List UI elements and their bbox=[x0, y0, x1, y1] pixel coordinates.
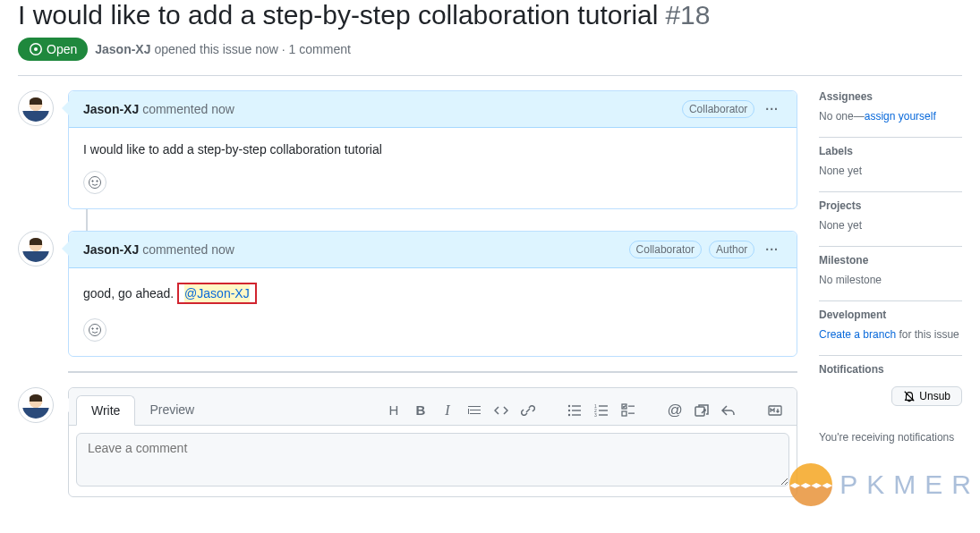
collaborator-badge: Collaborator bbox=[682, 100, 754, 118]
link-button[interactable] bbox=[521, 401, 535, 420]
svg-rect-10 bbox=[572, 405, 581, 406]
svg-point-4 bbox=[89, 325, 101, 336]
svg-point-3 bbox=[97, 181, 98, 182]
mention-button[interactable]: @ bbox=[668, 401, 682, 420]
comment-textarea[interactable] bbox=[76, 433, 789, 486]
comment-timestamp: commented now bbox=[142, 102, 234, 116]
comment-author-link[interactable]: Jason-XJ bbox=[83, 102, 139, 116]
comment-menu-button[interactable]: ··· bbox=[762, 239, 782, 260]
svg-rect-21 bbox=[622, 411, 626, 416]
highlight-annotation: @Jason-XJ bbox=[177, 283, 257, 304]
task-list-button[interactable] bbox=[621, 401, 635, 420]
comment-menu-button[interactable]: ··· bbox=[762, 98, 782, 120]
comment: Jason-XJ commented now Collaborator ··· … bbox=[68, 90, 797, 209]
sidebar-notifications-title: Notifications bbox=[819, 363, 962, 376]
assign-yourself-link[interactable]: assign yourself bbox=[865, 110, 936, 123]
avatar[interactable] bbox=[18, 231, 54, 266]
code-button[interactable] bbox=[494, 401, 508, 420]
issue-title: I would like to add a step-by-step colla… bbox=[18, 0, 658, 30]
markdown-help-button[interactable] bbox=[768, 401, 782, 420]
tab-write[interactable]: Write bbox=[76, 395, 135, 426]
smiley-icon bbox=[88, 323, 102, 337]
sidebar-assignees-content: No one—assign yourself bbox=[819, 110, 962, 123]
collaborator-badge: Collaborator bbox=[629, 241, 702, 258]
quote-button[interactable] bbox=[467, 401, 481, 420]
reply-button[interactable] bbox=[721, 401, 736, 420]
comment-author-link[interactable]: Jason-XJ bbox=[83, 242, 139, 257]
issue-meta: Jason-XJ opened this issue now · 1 comme… bbox=[95, 42, 351, 56]
svg-point-8 bbox=[568, 409, 570, 410]
avatar[interactable] bbox=[18, 387, 54, 423]
sidebar-milestone-content: No milestone bbox=[819, 274, 962, 286]
sidebar-assignees-title[interactable]: Assignees bbox=[819, 90, 962, 103]
cross-reference-button[interactable] bbox=[695, 401, 709, 420]
svg-rect-11 bbox=[572, 410, 581, 410]
svg-rect-12 bbox=[572, 414, 581, 415]
comment: Jason-XJ commented now Collaborator Auth… bbox=[68, 231, 797, 357]
sidebar-labels-content: None yet bbox=[819, 165, 962, 177]
new-comment-form: Write Preview H B I 123 bbox=[68, 387, 797, 497]
svg-rect-22 bbox=[628, 412, 635, 413]
svg-rect-16 bbox=[599, 405, 608, 406]
bell-slash-icon bbox=[903, 390, 916, 402]
issue-open-icon bbox=[29, 42, 43, 56]
issue-author-link[interactable]: Jason-XJ bbox=[95, 42, 150, 56]
svg-point-7 bbox=[568, 404, 570, 406]
tab-preview[interactable]: Preview bbox=[135, 395, 209, 425]
author-badge: Author bbox=[709, 241, 754, 258]
notifications-footer: You're receiving notifications bbox=[819, 406, 962, 444]
svg-point-1 bbox=[89, 177, 101, 189]
svg-rect-20 bbox=[628, 405, 635, 406]
sidebar-labels-title[interactable]: Labels bbox=[819, 145, 962, 157]
svg-text:3: 3 bbox=[594, 412, 597, 418]
svg-point-0 bbox=[34, 47, 38, 51]
heading-button[interactable]: H bbox=[387, 401, 401, 420]
create-branch-link[interactable]: Create a branch bbox=[819, 328, 896, 341]
ordered-list-button[interactable]: 123 bbox=[594, 401, 609, 420]
sidebar-development-title[interactable]: Development bbox=[819, 309, 962, 321]
sidebar-projects-title[interactable]: Projects bbox=[819, 199, 962, 212]
issue-number: #18 bbox=[665, 0, 710, 30]
add-reaction-button[interactable] bbox=[83, 318, 107, 342]
user-mention[interactable]: @Jason-XJ bbox=[184, 284, 250, 302]
svg-point-2 bbox=[92, 181, 93, 182]
comment-timestamp: commented now bbox=[142, 242, 234, 257]
sidebar-development-content: Create a branch for this issue bbox=[819, 328, 962, 341]
state-badge: Open bbox=[18, 38, 88, 61]
comment-body-text: good, go ahead. @Jason-XJ bbox=[83, 283, 782, 304]
svg-point-6 bbox=[97, 328, 98, 329]
svg-point-9 bbox=[568, 413, 570, 415]
add-reaction-button[interactable] bbox=[83, 171, 107, 194]
sidebar-milestone-title[interactable]: Milestone bbox=[819, 254, 962, 266]
sidebar-projects-content: None yet bbox=[819, 219, 962, 232]
comment-body-text: I would like to add a step-by-step colla… bbox=[83, 142, 782, 157]
unordered-list-button[interactable] bbox=[567, 401, 582, 420]
italic-button[interactable]: I bbox=[440, 401, 455, 420]
svg-rect-18 bbox=[599, 414, 608, 415]
bold-button[interactable]: B bbox=[413, 401, 428, 420]
avatar[interactable] bbox=[18, 90, 54, 126]
svg-point-5 bbox=[92, 328, 93, 329]
svg-rect-17 bbox=[599, 410, 608, 410]
unsubscribe-button[interactable]: Unsub bbox=[891, 386, 962, 406]
smiley-icon bbox=[88, 175, 102, 190]
